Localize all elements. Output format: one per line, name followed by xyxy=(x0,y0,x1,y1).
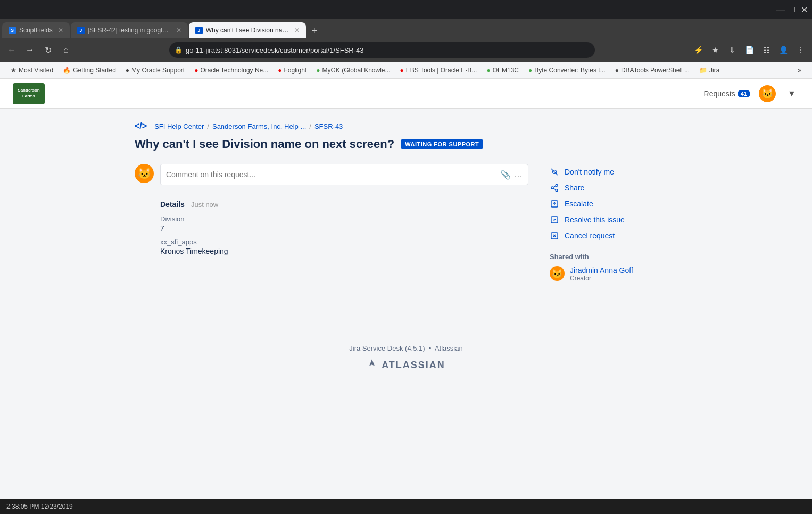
refresh-button[interactable]: ↻ xyxy=(40,43,55,57)
app-value: Kronos Timekeeping xyxy=(160,247,528,255)
tab-sfsr42[interactable]: J [SFSR-42] testing in google ch... ✕ xyxy=(71,22,188,38)
forward-button[interactable]: → xyxy=(22,43,37,57)
header-right: Requests 41 🐱 ▼ xyxy=(704,85,799,102)
close-button[interactable]: ✕ xyxy=(800,6,808,13)
header-dropdown-button[interactable]: ▼ xyxy=(784,86,799,101)
tab-close-active[interactable]: ✕ xyxy=(294,27,300,34)
minimize-button[interactable]: — xyxy=(777,6,784,13)
comment-icons: 📎 … xyxy=(500,170,523,180)
bookmark-oem13c[interactable]: ● OEM13C xyxy=(482,64,523,77)
comment-input[interactable] xyxy=(166,164,500,185)
svg-line-1 xyxy=(551,169,558,175)
shared-user-role: Creator xyxy=(570,275,633,282)
bookmark-mygk[interactable]: ● MyGK (Global Knowle... xyxy=(312,64,394,77)
escalate-action[interactable]: Escalate xyxy=(550,196,677,212)
site-header: SandersonFarms Requests 41 🐱 ▼ xyxy=(0,79,812,109)
svg-line-5 xyxy=(553,188,556,190)
user-avatar-header[interactable]: 🐱 xyxy=(759,85,776,102)
browser-chrome: — □ ✕ S ScriptFields ✕ J [SFSR-42] testi… xyxy=(0,0,812,79)
atlassian-logo-icon xyxy=(367,359,377,371)
dba-icon: ● xyxy=(615,67,619,74)
maximize-button[interactable]: □ xyxy=(789,6,796,13)
bookmark-jira[interactable]: 📁 Jira xyxy=(695,64,724,77)
user-profile-button[interactable]: 👤 xyxy=(776,43,791,57)
requests-label: Requests xyxy=(704,89,735,98)
foglight-icon: ● xyxy=(278,67,281,74)
status-bar: 2:38:05 PM 12/23/2019 xyxy=(0,499,812,514)
resolve-action[interactable]: Resolve this issue xyxy=(550,212,677,228)
ebs-icon: ● xyxy=(400,67,404,74)
app-label: xx_sfi_apps xyxy=(160,238,528,246)
comment-more-icon[interactable]: … xyxy=(514,170,523,180)
bookmarks-manager-button[interactable]: 📄 xyxy=(742,43,757,57)
bookmark-button[interactable]: ★ xyxy=(708,43,723,57)
address-text: go-11-jiratst:8031/servicedesk/customer/… xyxy=(186,46,590,54)
tab-scriptfields[interactable]: S ScriptFields ✕ xyxy=(2,22,70,38)
bookmark-my-oracle-support[interactable]: ● My Oracle Support xyxy=(121,64,189,77)
tab-close-scriptfields[interactable]: ✕ xyxy=(58,27,63,34)
getting-started-icon: 🔥 xyxy=(63,67,71,74)
shared-user-name[interactable]: Jiradmin Anna Goff xyxy=(570,266,633,275)
cancel-label: Cancel request xyxy=(565,231,615,240)
byte-icon: ● xyxy=(528,67,532,74)
main-content: </> SFI Help Center / Sanderson Farms, I… xyxy=(113,109,699,295)
bookmark-most-visited[interactable]: ★ Most Visited xyxy=(6,64,57,77)
bookmark-label-dba: DBATools PowerShell ... xyxy=(621,67,690,74)
footer-logo: ATLASSIAN xyxy=(0,359,812,371)
tabs-bar: S ScriptFields ✕ J [SFSR-42] testing in … xyxy=(0,19,812,38)
most-visited-icon: ★ xyxy=(11,67,16,74)
shared-user-avatar: 🐱 xyxy=(550,266,565,281)
tab-favicon-scriptfields: S xyxy=(9,27,16,34)
tab-title-active: Why can't I see Division name... xyxy=(206,27,289,34)
resolve-icon xyxy=(550,215,559,225)
bookmark-label-oracle-support: My Oracle Support xyxy=(131,67,185,74)
sidebar-divider xyxy=(550,248,677,248)
resolve-label: Resolve this issue xyxy=(565,215,625,224)
dont-notify-action[interactable]: Don't notify me xyxy=(550,164,677,180)
bookmark-byte-converter[interactable]: ● Byte Converter: Bytes t... xyxy=(524,64,610,77)
breadcrumb: </> SFI Help Center / Sanderson Farms, I… xyxy=(135,121,677,131)
bookmark-dbatools[interactable]: ● DBATools PowerShell ... xyxy=(611,64,694,77)
dont-notify-icon xyxy=(550,167,559,177)
bookmark-label-byte: Byte Converter: Bytes t... xyxy=(534,67,605,74)
breadcrumb-sanderson[interactable]: Sanderson Farms, Inc. Help ... xyxy=(212,122,306,130)
breadcrumb-sfi-help[interactable]: SFI Help Center xyxy=(154,122,204,130)
address-bar[interactable]: 🔒 go-11-jiratst:8031/servicedesk/custome… xyxy=(169,42,595,58)
breadcrumb-sep-1: / xyxy=(207,122,209,130)
address-bar-row: ← → ↻ ⌂ 🔒 go-11-jiratst:8031/servicedesk… xyxy=(0,38,812,62)
home-button[interactable]: ⌂ xyxy=(59,43,73,57)
bookmark-getting-started[interactable]: 🔥 Getting Started xyxy=(59,64,120,77)
bookmark-label-oracle-tech: Oracle Technology Ne... xyxy=(200,67,268,74)
details-header: Details Just now xyxy=(160,200,528,209)
extensions-button[interactable]: ⚡ xyxy=(691,43,706,57)
bookmark-foglight[interactable]: ● Foglight xyxy=(274,64,311,77)
bookmark-label-jira: Jira xyxy=(709,67,719,74)
breadcrumb-sfsr43[interactable]: SFSR-43 xyxy=(314,122,343,130)
tab-active[interactable]: J Why can't I see Division name... ✕ xyxy=(189,22,306,38)
details-title: Details xyxy=(160,200,185,209)
footer-company: Atlassian xyxy=(435,344,463,352)
content-main: 🐱 📎 … Details Just now Di xyxy=(135,164,528,282)
svg-point-2 xyxy=(556,184,558,186)
tab-close-sfsr42[interactable]: ✕ xyxy=(176,27,181,34)
share-action[interactable]: Share xyxy=(550,180,677,196)
site-footer: Jira Service Desk (4.5.1) • Atlassian AT… xyxy=(0,327,812,393)
attach-icon[interactable]: 📎 xyxy=(500,170,511,180)
toolbar-icons: ⚡ ★ ⇓ 📄 ☷ 👤 ⋮ xyxy=(691,43,808,57)
bookmark-ebs-tools[interactable]: ● EBS Tools | Oracle E-B... xyxy=(396,64,482,77)
apps-button[interactable]: ☷ xyxy=(759,43,774,57)
menu-button[interactable]: ⋮ xyxy=(793,43,808,57)
status-bar-time: 2:38:05 PM 12/23/2019 xyxy=(6,503,73,510)
bookmark-label-oem: OEM13C xyxy=(493,67,519,74)
bookmark-oracle-tech[interactable]: ● Oracle Technology Ne... xyxy=(190,64,272,77)
requests-button[interactable]: Requests 41 xyxy=(704,89,750,98)
downloads-button[interactable]: ⇓ xyxy=(725,43,740,57)
comment-input-wrapper: 📎 … xyxy=(160,164,528,185)
back-button[interactable]: ← xyxy=(4,43,19,57)
cancel-action[interactable]: Cancel request xyxy=(550,228,677,244)
new-tab-button[interactable]: + xyxy=(307,23,322,38)
shared-user-info: Jiradmin Anna Goff Creator xyxy=(570,266,633,282)
bookmarks-more-button[interactable]: » xyxy=(793,64,806,77)
tab-favicon-active: J xyxy=(195,27,203,34)
share-icon xyxy=(550,183,559,193)
